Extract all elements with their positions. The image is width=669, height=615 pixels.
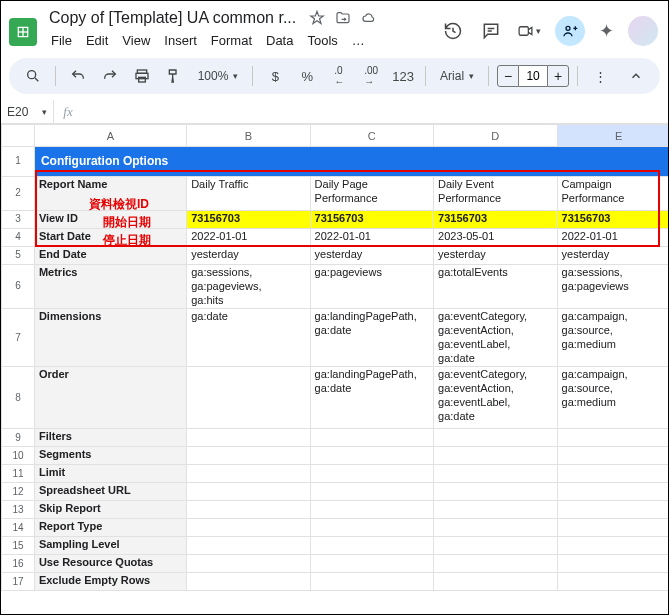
config-header-ext[interactable] <box>187 147 668 177</box>
cell[interactable] <box>310 501 433 519</box>
cell[interactable]: Daily Traffic <box>187 177 310 211</box>
cell[interactable]: Exclude Empty Rows <box>34 573 186 591</box>
menu-tools[interactable]: Tools <box>301 31 343 50</box>
gemini-icon[interactable]: ✦ <box>599 20 614 42</box>
cell[interactable] <box>557 537 668 555</box>
cell[interactable]: yesterday <box>557 247 668 265</box>
cell[interactable]: yesterday <box>434 247 557 265</box>
more-toolbar-icon[interactable]: ⋮ <box>586 63 614 89</box>
history-icon[interactable] <box>441 19 465 43</box>
cell[interactable] <box>310 483 433 501</box>
row-header[interactable]: 9 <box>2 429 35 447</box>
comment-icon[interactable] <box>479 19 503 43</box>
row-header[interactable]: 12 <box>2 483 35 501</box>
cell[interactable] <box>434 519 557 537</box>
cell[interactable]: ga:sessions, ga:pageviews <box>557 265 668 309</box>
cell[interactable]: Filters <box>34 429 186 447</box>
font-size-decrease[interactable]: − <box>497 65 519 87</box>
paint-format-icon[interactable] <box>160 63 188 89</box>
cell[interactable]: Use Resource Quotas <box>34 555 186 573</box>
cell[interactable]: 2022-01-01 <box>310 229 433 247</box>
cell[interactable] <box>187 519 310 537</box>
cell[interactable] <box>187 447 310 465</box>
cloud-icon[interactable] <box>360 9 378 27</box>
menu-overflow[interactable]: … <box>346 31 371 50</box>
sheets-logo[interactable] <box>9 18 37 46</box>
cell[interactable]: 73156703 <box>557 211 668 229</box>
cell[interactable]: Report Name <box>34 177 186 211</box>
cell[interactable] <box>557 447 668 465</box>
cell[interactable] <box>187 367 310 429</box>
row-header[interactable]: 3 <box>2 211 35 229</box>
cell[interactable]: ga:campaign, ga:source, ga:medium <box>557 367 668 429</box>
doc-title[interactable]: Copy of [Template] UA common r... <box>45 7 300 29</box>
cell[interactable]: Daily Event Performance <box>434 177 557 211</box>
row-header[interactable]: 16 <box>2 555 35 573</box>
cell[interactable] <box>434 483 557 501</box>
row-header[interactable]: 13 <box>2 501 35 519</box>
select-all-corner[interactable] <box>2 125 35 147</box>
font-select[interactable]: Arial▾ <box>434 63 480 89</box>
cell[interactable] <box>187 501 310 519</box>
cell[interactable]: View ID <box>34 211 186 229</box>
cell[interactable] <box>310 573 433 591</box>
cell[interactable]: 73156703 <box>434 211 557 229</box>
row-header[interactable]: 2 <box>2 177 35 211</box>
col-header-a[interactable]: A <box>34 125 186 147</box>
cell[interactable]: ga:landingPagePath, ga:date <box>310 309 433 367</box>
more-formats-icon[interactable]: 123 <box>389 63 417 89</box>
cell[interactable] <box>434 501 557 519</box>
star-icon[interactable] <box>308 9 326 27</box>
meet-icon[interactable]: ▾ <box>517 19 541 43</box>
cell[interactable] <box>187 555 310 573</box>
cell[interactable] <box>310 429 433 447</box>
cell[interactable]: ga:pageviews <box>310 265 433 309</box>
cell[interactable]: ga:totalEvents <box>434 265 557 309</box>
config-header[interactable]: Configuration Options <box>34 147 186 177</box>
cell[interactable] <box>310 465 433 483</box>
row-header[interactable]: 4 <box>2 229 35 247</box>
menu-file[interactable]: File <box>45 31 78 50</box>
row-header[interactable]: 6 <box>2 265 35 309</box>
cell[interactable] <box>187 465 310 483</box>
cell[interactable] <box>187 537 310 555</box>
cell[interactable]: 73156703 <box>310 211 433 229</box>
cell[interactable] <box>187 429 310 447</box>
cell[interactable] <box>557 555 668 573</box>
row-header[interactable]: 17 <box>2 573 35 591</box>
col-header-e[interactable]: E <box>557 125 668 147</box>
cell[interactable] <box>557 483 668 501</box>
row-header[interactable]: 15 <box>2 537 35 555</box>
cell[interactable] <box>434 573 557 591</box>
cell[interactable]: Skip Report <box>34 501 186 519</box>
cell[interactable]: yesterday <box>310 247 433 265</box>
cell[interactable] <box>434 537 557 555</box>
cell[interactable]: 2022-01-01 <box>187 229 310 247</box>
increase-decimal-icon[interactable]: .00→ <box>357 63 385 89</box>
menu-edit[interactable]: Edit <box>80 31 114 50</box>
decrease-decimal-icon[interactable]: .0← <box>325 63 353 89</box>
row-header[interactable]: 14 <box>2 519 35 537</box>
cell[interactable]: ga:campaign, ga:source, ga:medium <box>557 309 668 367</box>
cell[interactable]: Start Date <box>34 229 186 247</box>
font-size-input[interactable] <box>519 65 547 87</box>
cell[interactable]: Spreadsheet URL <box>34 483 186 501</box>
cell[interactable]: ga:landingPagePath, ga:date <box>310 367 433 429</box>
percent-icon[interactable]: % <box>293 63 321 89</box>
search-icon[interactable] <box>19 63 47 89</box>
menu-data[interactable]: Data <box>260 31 299 50</box>
menu-format[interactable]: Format <box>205 31 258 50</box>
cell[interactable] <box>310 519 433 537</box>
cell[interactable] <box>557 501 668 519</box>
cell[interactable]: Order <box>34 367 186 429</box>
menu-view[interactable]: View <box>116 31 156 50</box>
cell[interactable] <box>434 447 557 465</box>
cell[interactable]: 73156703 <box>187 211 310 229</box>
cell[interactable]: ga:eventCategory, ga:eventAction, ga:eve… <box>434 309 557 367</box>
menu-insert[interactable]: Insert <box>158 31 203 50</box>
cell[interactable] <box>187 483 310 501</box>
cell[interactable]: Dimensions <box>34 309 186 367</box>
cell[interactable] <box>434 555 557 573</box>
redo-icon[interactable] <box>96 63 124 89</box>
share-button[interactable] <box>555 16 585 46</box>
